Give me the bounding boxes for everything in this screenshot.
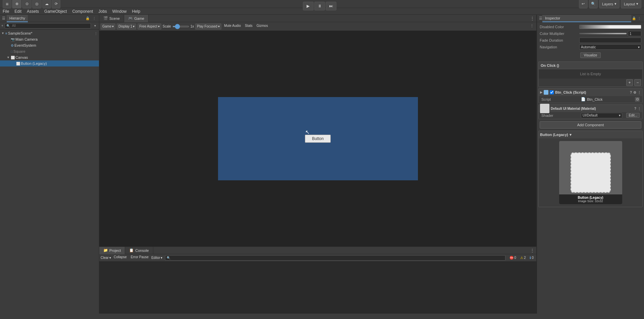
material-preview xyxy=(540,104,549,113)
material-help-icon[interactable]: ? xyxy=(634,107,636,110)
disabled-color-bar[interactable] xyxy=(579,25,641,29)
material-section: Default UI Material (Material) ? ⋮ Shade… xyxy=(538,104,643,119)
editor-dropdown[interactable]: Editor ▾ xyxy=(151,255,162,261)
display-dropdown[interactable]: Display 1 ▾ xyxy=(117,24,136,30)
onclick-remove-btn[interactable]: − xyxy=(634,79,641,86)
undo-btn[interactable]: ↩ xyxy=(579,0,588,8)
play-focused-dropdown[interactable]: Play Focused ▾ xyxy=(195,24,221,30)
layers-dropdown[interactable]: Layers ▾ xyxy=(599,0,620,8)
script-more-icon[interactable]: ⋮ xyxy=(638,91,641,94)
shader-dropdown[interactable]: UI/Default ▾ xyxy=(581,113,622,118)
navigation-label: Navigation xyxy=(540,45,577,49)
hierarchy-item-square[interactable]: □ Square xyxy=(0,48,99,54)
hierarchy-item-canvas[interactable]: ▼ ⬜ Canvas xyxy=(0,54,99,60)
expand-icon[interactable]: ▼ xyxy=(1,32,5,35)
color-multiplier-input[interactable] xyxy=(628,31,641,36)
hierarchy-item-main-camera[interactable]: 📷 Main Camera xyxy=(0,36,99,42)
game-button[interactable]: Button xyxy=(305,135,331,143)
script-enabled-checkbox[interactable] xyxy=(550,90,554,94)
hierarchy-search-input[interactable] xyxy=(11,24,89,28)
search-btn[interactable]: 🔍 xyxy=(589,0,598,8)
editor-label: Editor xyxy=(151,256,160,260)
menu-bar: ≡ ⊕ ⊙ ◎ ☁ ⟳ ▶ ⏸ ⏭ ↩ 🔍 Layers ▾ Layout ▾ xyxy=(0,0,644,8)
shader-row: Shader UI/Default ▾ Edit... xyxy=(539,112,642,119)
layout-label: Layout xyxy=(624,2,635,6)
onclick-add-btn[interactable]: + xyxy=(626,79,633,86)
game-toolbar: Game ▾ Display 1 ▾ Free Aspect ▾ Scale 1… xyxy=(99,22,536,31)
script-settings-icon[interactable]: ⚙ xyxy=(633,91,636,94)
bottom-tab-more[interactable]: ⋮ xyxy=(528,248,536,253)
inspector-tab[interactable]: Inspector xyxy=(542,15,631,22)
center-tab-more[interactable]: ⋮ xyxy=(528,16,536,21)
material-more-icon[interactable]: ⋮ xyxy=(638,107,641,110)
aspect-dropdown[interactable]: Free Aspect ▾ xyxy=(138,24,161,30)
layout-dropdown[interactable]: Layout ▾ xyxy=(621,0,641,8)
shader-value: UI/Default xyxy=(583,113,597,117)
add-component-button[interactable]: Add Component xyxy=(540,121,641,129)
toolbar-transform-btn[interactable]: ⊕ xyxy=(12,0,21,8)
hierarchy-tab[interactable]: Hierarchy xyxy=(7,15,28,22)
preview-name: Button (Legacy) xyxy=(560,196,621,199)
script-target-icon[interactable]: ⊙ xyxy=(635,97,640,102)
script-help-icon[interactable]: ? xyxy=(630,91,632,94)
hierarchy-item-button-legacy[interactable]: ⬜ Button (Legacy) xyxy=(0,60,99,66)
toolbar-pivot-btn[interactable]: ⊙ xyxy=(22,0,32,8)
scene-tab[interactable]: 🎬 Scene xyxy=(99,15,124,22)
error-pause-btn[interactable]: Error Pause xyxy=(129,255,150,261)
scale-slider[interactable] xyxy=(172,26,189,27)
console-tab[interactable]: 📋 Console xyxy=(125,247,153,254)
scene-more-icon[interactable]: ⋮ xyxy=(94,32,98,35)
layout-chevron: ▾ xyxy=(636,2,638,6)
bottom-panel: 📁 Project 📋 Console ⋮ Clear ▾ Collapse E… xyxy=(99,246,536,314)
edit-btn[interactable]: Edit... xyxy=(626,113,640,118)
project-tab-label: Project xyxy=(109,248,121,253)
step-button[interactable]: ⏭ xyxy=(326,2,336,10)
toolbar-global-btn[interactable]: ◎ xyxy=(32,0,42,8)
hierarchy-lock-icon[interactable]: 🔒 xyxy=(85,16,90,21)
visualize-button[interactable]: Visualize xyxy=(580,52,601,58)
console-search-input[interactable] xyxy=(170,256,504,260)
center-panel: 🎬 Scene 🎮 Game ⋮ Game ▾ Display 1 ▾ Free… xyxy=(99,15,537,314)
game-tab[interactable]: 🎮 Game xyxy=(124,15,149,22)
menu-edit[interactable]: Edit xyxy=(12,8,24,14)
stats-btn[interactable]: Stats xyxy=(244,24,254,30)
hierarchy-item-samplescene[interactable]: ▼ ≡ SampleScene* ⋮ xyxy=(0,30,99,36)
game-tab-label: Game xyxy=(134,16,144,20)
preview-size: Image Size: 32x32 xyxy=(560,199,621,203)
bottom-content xyxy=(99,262,536,314)
project-tab[interactable]: 📁 Project xyxy=(99,247,125,254)
inspector-content: Disabled Color Color Multiplier Fade Dur… xyxy=(537,22,644,314)
toolbar-cloud-btn[interactable]: ☁ xyxy=(42,0,51,8)
menu-assets[interactable]: Assets xyxy=(24,8,42,14)
visualize-row: Visualize xyxy=(538,50,643,60)
project-tab-icon: 📁 xyxy=(103,248,108,253)
navigation-dropdown[interactable]: Automatic ▾ xyxy=(579,44,641,50)
game-toolbar-more[interactable]: ⋮ xyxy=(529,24,535,30)
menu-file[interactable]: File xyxy=(0,8,12,14)
collapse-btn[interactable]: Collapse xyxy=(112,255,128,261)
mute-audio-btn[interactable]: Mute Audio xyxy=(223,24,242,30)
fade-duration-input[interactable]: 0.1 xyxy=(579,38,641,43)
btn-click-expand-icon[interactable]: ▶ xyxy=(540,91,542,94)
toolbar-collab-btn[interactable]: ⟳ xyxy=(52,0,60,8)
play-button[interactable]: ▶ xyxy=(303,2,314,10)
pause-button[interactable]: ⏸ xyxy=(314,2,325,10)
material-label: Default UI Material (Material) xyxy=(551,107,633,110)
clear-dropdown[interactable]: Clear ▾ xyxy=(101,255,111,261)
canvas-expand-icon[interactable]: ▼ xyxy=(7,56,10,59)
game-mode-dropdown[interactable]: Game ▾ xyxy=(101,24,115,30)
go-name-canvas: Canvas xyxy=(15,55,28,59)
hierarchy-item-eventsystem[interactable]: ⚙ EventSystem xyxy=(0,42,99,48)
hierarchy-filter-icon[interactable]: ▾ xyxy=(92,23,98,29)
inspector-more-icon[interactable]: ⋮ xyxy=(637,16,642,21)
color-multiplier-slider[interactable] xyxy=(579,33,627,34)
script-icon xyxy=(544,90,548,95)
inspector-lock-icon[interactable]: 🔒 xyxy=(631,16,637,21)
hierarchy-add-icon[interactable]: + xyxy=(1,24,3,28)
onclick-header: On Click () xyxy=(539,62,642,69)
gizmos-btn[interactable]: Gizmos xyxy=(255,24,269,30)
unity-logo[interactable]: ≡ xyxy=(3,0,11,8)
info-badge: ℹ 0 xyxy=(528,256,535,260)
scene-tab-icon: 🎬 xyxy=(103,16,108,20)
hierarchy-more-icon[interactable]: ⋮ xyxy=(92,16,97,21)
